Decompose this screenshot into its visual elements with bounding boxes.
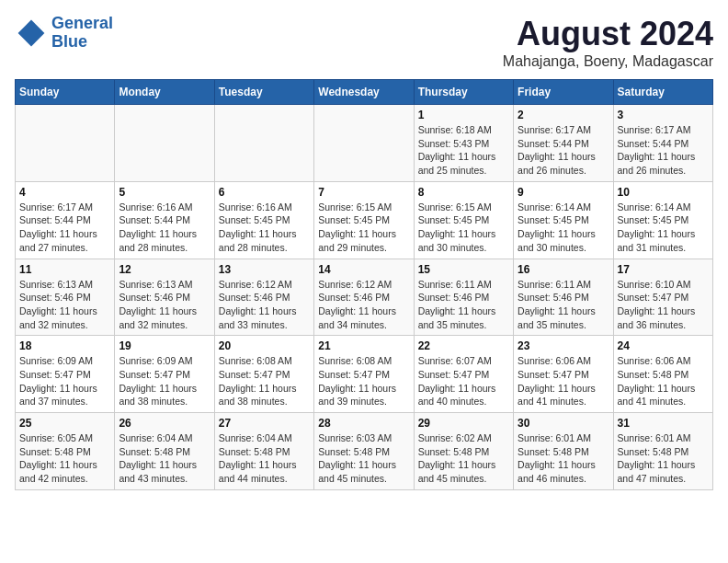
day-number: 11 bbox=[19, 263, 110, 276]
day-number: 24 bbox=[618, 339, 709, 352]
logo-text: General Blue bbox=[51, 15, 113, 52]
day-info: Sunrise: 6:18 AMSunset: 5:43 PMDaylight:… bbox=[418, 123, 509, 178]
day-number: 13 bbox=[219, 263, 310, 276]
calendar-cell: 9Sunrise: 6:14 AMSunset: 5:45 PMDaylight… bbox=[514, 181, 613, 259]
subtitle: Mahajanga, Boeny, Madagascar bbox=[503, 53, 713, 70]
calendar-cell: 28Sunrise: 6:03 AMSunset: 5:48 PMDayligh… bbox=[314, 413, 414, 490]
calendar-week-row: 1Sunrise: 6:18 AMSunset: 5:43 PMDaylight… bbox=[16, 105, 713, 182]
calendar-cell: 11Sunrise: 6:13 AMSunset: 5:46 PMDayligh… bbox=[16, 259, 115, 336]
calendar-cell: 20Sunrise: 6:08 AMSunset: 5:47 PMDayligh… bbox=[214, 336, 313, 413]
day-number: 2 bbox=[518, 109, 609, 121]
day-info: Sunrise: 6:11 AMSunset: 5:46 PMDaylight:… bbox=[418, 278, 509, 332]
page-header: General Blue August 2024 Mahajanga, Boen… bbox=[15, 15, 713, 70]
day-info: Sunrise: 6:10 AMSunset: 5:47 PMDaylight:… bbox=[618, 278, 709, 332]
day-number: 8 bbox=[418, 186, 509, 199]
calendar-cell bbox=[314, 105, 414, 182]
calendar-cell: 25Sunrise: 6:05 AMSunset: 5:48 PMDayligh… bbox=[16, 413, 115, 490]
calendar-cell: 5Sunrise: 6:16 AMSunset: 5:44 PMDaylight… bbox=[115, 181, 214, 259]
day-info: Sunrise: 6:17 AMSunset: 5:44 PMDaylight:… bbox=[19, 201, 110, 255]
calendar-cell: 23Sunrise: 6:06 AMSunset: 5:47 PMDayligh… bbox=[514, 336, 613, 413]
day-info: Sunrise: 6:13 AMSunset: 5:46 PMDaylight:… bbox=[119, 278, 210, 332]
day-info: Sunrise: 6:01 AMSunset: 5:48 PMDaylight:… bbox=[618, 431, 709, 486]
day-info: Sunrise: 6:09 AMSunset: 5:47 PMDaylight:… bbox=[119, 354, 210, 408]
day-info: Sunrise: 6:16 AMSunset: 5:45 PMDaylight:… bbox=[219, 201, 310, 255]
calendar-cell: 19Sunrise: 6:09 AMSunset: 5:47 PMDayligh… bbox=[115, 336, 214, 413]
calendar-week-row: 25Sunrise: 6:05 AMSunset: 5:48 PMDayligh… bbox=[16, 413, 713, 490]
calendar-cell bbox=[16, 105, 115, 182]
day-number: 23 bbox=[518, 339, 609, 352]
calendar-cell: 17Sunrise: 6:10 AMSunset: 5:47 PMDayligh… bbox=[613, 259, 712, 336]
calendar-cell: 4Sunrise: 6:17 AMSunset: 5:44 PMDaylight… bbox=[16, 181, 115, 259]
day-info: Sunrise: 6:12 AMSunset: 5:46 PMDaylight:… bbox=[219, 278, 310, 332]
day-info: Sunrise: 6:06 AMSunset: 5:48 PMDaylight:… bbox=[618, 354, 709, 408]
calendar-cell: 30Sunrise: 6:01 AMSunset: 5:48 PMDayligh… bbox=[514, 413, 613, 490]
day-info: Sunrise: 6:07 AMSunset: 5:47 PMDaylight:… bbox=[418, 354, 509, 408]
calendar-cell: 1Sunrise: 6:18 AMSunset: 5:43 PMDaylight… bbox=[414, 105, 513, 182]
day-of-week-header: Monday bbox=[115, 80, 214, 105]
day-number: 17 bbox=[618, 263, 709, 276]
day-info: Sunrise: 6:16 AMSunset: 5:44 PMDaylight:… bbox=[119, 201, 210, 255]
day-number: 9 bbox=[518, 186, 609, 199]
day-info: Sunrise: 6:04 AMSunset: 5:48 PMDaylight:… bbox=[119, 431, 210, 486]
day-number: 6 bbox=[219, 186, 310, 199]
calendar-cell: 24Sunrise: 6:06 AMSunset: 5:48 PMDayligh… bbox=[613, 336, 712, 413]
calendar-cell: 26Sunrise: 6:04 AMSunset: 5:48 PMDayligh… bbox=[115, 413, 214, 490]
calendar-cell: 14Sunrise: 6:12 AMSunset: 5:46 PMDayligh… bbox=[314, 259, 414, 336]
calendar-cell: 21Sunrise: 6:08 AMSunset: 5:47 PMDayligh… bbox=[314, 336, 414, 413]
day-info: Sunrise: 6:01 AMSunset: 5:48 PMDaylight:… bbox=[518, 431, 609, 486]
day-info: Sunrise: 6:12 AMSunset: 5:46 PMDaylight:… bbox=[318, 278, 409, 332]
day-info: Sunrise: 6:15 AMSunset: 5:45 PMDaylight:… bbox=[418, 201, 509, 255]
calendar-header-row: SundayMondayTuesdayWednesdayThursdayFrid… bbox=[16, 80, 713, 105]
calendar-cell: 29Sunrise: 6:02 AMSunset: 5:48 PMDayligh… bbox=[414, 413, 513, 490]
day-number: 14 bbox=[318, 263, 409, 276]
day-number: 30 bbox=[518, 417, 609, 430]
day-number: 3 bbox=[618, 109, 709, 121]
day-number: 26 bbox=[119, 417, 210, 430]
day-info: Sunrise: 6:02 AMSunset: 5:48 PMDaylight:… bbox=[418, 431, 509, 486]
day-of-week-header: Friday bbox=[514, 80, 613, 105]
day-number: 12 bbox=[119, 263, 210, 276]
calendar-cell: 6Sunrise: 6:16 AMSunset: 5:45 PMDaylight… bbox=[214, 181, 313, 259]
day-number: 29 bbox=[418, 417, 509, 430]
calendar-cell: 12Sunrise: 6:13 AMSunset: 5:46 PMDayligh… bbox=[115, 259, 214, 336]
day-number: 20 bbox=[219, 339, 310, 352]
day-number: 15 bbox=[418, 263, 509, 276]
day-info: Sunrise: 6:15 AMSunset: 5:45 PMDaylight:… bbox=[318, 201, 409, 255]
day-info: Sunrise: 6:17 AMSunset: 5:44 PMDaylight:… bbox=[618, 123, 709, 178]
day-number: 22 bbox=[418, 339, 509, 352]
day-number: 1 bbox=[418, 109, 509, 121]
day-number: 28 bbox=[318, 417, 409, 430]
calendar-cell: 15Sunrise: 6:11 AMSunset: 5:46 PMDayligh… bbox=[414, 259, 513, 336]
calendar-cell: 31Sunrise: 6:01 AMSunset: 5:48 PMDayligh… bbox=[613, 413, 712, 490]
day-number: 7 bbox=[318, 186, 409, 199]
day-info: Sunrise: 6:17 AMSunset: 5:44 PMDaylight:… bbox=[518, 123, 609, 178]
calendar-week-row: 11Sunrise: 6:13 AMSunset: 5:46 PMDayligh… bbox=[16, 259, 713, 336]
day-info: Sunrise: 6:04 AMSunset: 5:48 PMDaylight:… bbox=[219, 431, 310, 486]
day-info: Sunrise: 6:08 AMSunset: 5:47 PMDaylight:… bbox=[318, 354, 409, 408]
title-area: August 2024 Mahajanga, Boeny, Madagascar bbox=[503, 15, 713, 70]
day-number: 25 bbox=[19, 417, 110, 430]
day-of-week-header: Wednesday bbox=[314, 80, 414, 105]
day-number: 19 bbox=[119, 339, 210, 352]
day-number: 31 bbox=[618, 417, 709, 430]
calendar-cell: 10Sunrise: 6:14 AMSunset: 5:45 PMDayligh… bbox=[613, 181, 712, 259]
calendar-cell: 2Sunrise: 6:17 AMSunset: 5:44 PMDaylight… bbox=[514, 105, 613, 182]
day-number: 27 bbox=[219, 417, 310, 430]
day-number: 4 bbox=[19, 186, 110, 199]
day-number: 10 bbox=[618, 186, 709, 199]
logo: General Blue bbox=[15, 15, 113, 52]
day-info: Sunrise: 6:14 AMSunset: 5:45 PMDaylight:… bbox=[518, 201, 609, 255]
day-info: Sunrise: 6:11 AMSunset: 5:46 PMDaylight:… bbox=[518, 278, 609, 332]
day-number: 5 bbox=[119, 186, 210, 199]
calendar-cell: 27Sunrise: 6:04 AMSunset: 5:48 PMDayligh… bbox=[214, 413, 313, 490]
calendar-cell: 22Sunrise: 6:07 AMSunset: 5:47 PMDayligh… bbox=[414, 336, 513, 413]
calendar-cell: 7Sunrise: 6:15 AMSunset: 5:45 PMDaylight… bbox=[314, 181, 414, 259]
day-info: Sunrise: 6:13 AMSunset: 5:46 PMDaylight:… bbox=[19, 278, 110, 332]
calendar-cell: 8Sunrise: 6:15 AMSunset: 5:45 PMDaylight… bbox=[414, 181, 513, 259]
day-info: Sunrise: 6:09 AMSunset: 5:47 PMDaylight:… bbox=[19, 354, 110, 408]
day-number: 18 bbox=[19, 339, 110, 352]
calendar-cell: 13Sunrise: 6:12 AMSunset: 5:46 PMDayligh… bbox=[214, 259, 313, 336]
day-info: Sunrise: 6:08 AMSunset: 5:47 PMDaylight:… bbox=[219, 354, 310, 408]
day-info: Sunrise: 6:06 AMSunset: 5:47 PMDaylight:… bbox=[518, 354, 609, 408]
day-of-week-header: Sunday bbox=[16, 80, 115, 105]
